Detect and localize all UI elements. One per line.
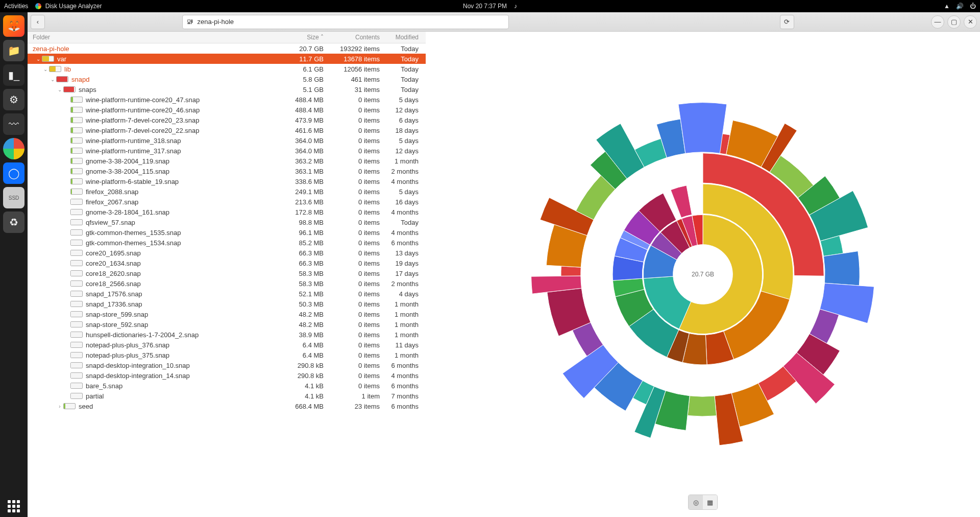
- tree-row[interactable]: core18_2566.snap58.3 MB0 items2 months: [28, 278, 426, 289]
- clock[interactable]: Nov 20 7:37 PM: [463, 3, 507, 10]
- dock-item-trash[interactable]: ♻: [3, 212, 24, 233]
- activities-button[interactable]: Activities: [4, 3, 28, 10]
- ringschart-button[interactable]: ◎: [689, 495, 703, 509]
- notification-icon[interactable]: ♪: [514, 3, 517, 10]
- tree-row[interactable]: wine-platform-runtime_318.snap364.0 MB0 …: [28, 135, 426, 146]
- close-button[interactable]: ✕: [964, 15, 977, 29]
- volume-icon[interactable]: 🔊: [956, 3, 964, 10]
- expand-chevron-icon[interactable]: ⌄: [35, 56, 42, 62]
- tree-row[interactable]: gnome-3-28-1804_161.snap172.8 MB0 items4…: [28, 207, 426, 217]
- folder-size: 20.7 GB: [283, 45, 324, 53]
- dock-item-app[interactable]: ◯: [3, 162, 24, 184]
- tree-row[interactable]: qfsview_57.snap98.8 MB0 itemsToday: [28, 217, 426, 227]
- expand-chevron-icon[interactable]: ›: [56, 404, 63, 409]
- column-header-contents[interactable]: Contents: [324, 34, 380, 41]
- dock-item-ssd-drive[interactable]: SSD: [3, 187, 24, 208]
- tree-row[interactable]: hunspell-dictionaries-1-7-2004_2.snap38.…: [28, 330, 426, 340]
- folder-size: 66.3 MB: [283, 260, 324, 267]
- network-icon[interactable]: ▲: [944, 3, 950, 10]
- tree-row[interactable]: core20_1695.snap66.3 MB0 items13 days: [28, 248, 426, 258]
- folder-name: gtk-common-themes_1534.snap: [86, 239, 283, 247]
- tree-row[interactable]: notepad-plus-plus_376.snap6.4 MB0 items1…: [28, 340, 426, 350]
- tree-row[interactable]: core20_1634.snap66.3 MB0 items19 days: [28, 258, 426, 268]
- folder-modified: 13 days: [380, 249, 421, 257]
- tree-row[interactable]: ›seed668.4 MB23 items6 months: [28, 401, 426, 411]
- folder-modified: 4 days: [380, 290, 421, 298]
- tree-row[interactable]: firefox_2088.snap249.1 MB0 items5 days: [28, 186, 426, 197]
- tree-row[interactable]: firefox_2067.snap213.6 MB0 items16 days: [28, 197, 426, 207]
- treemap-button[interactable]: ▦: [703, 495, 717, 509]
- dock-item-files[interactable]: 📁: [3, 40, 24, 61]
- tree-row[interactable]: gnome-3-38-2004_119.snap363.2 MB0 items1…: [28, 156, 426, 166]
- power-icon[interactable]: ⏻: [970, 3, 976, 10]
- folder-name: wine-platform-runtime_317.snap: [86, 147, 283, 155]
- tree-row[interactable]: ⌄var11.7 GB13678 itemsToday: [28, 54, 426, 64]
- folder-name: core18_2566.snap: [86, 280, 283, 288]
- minimize-button[interactable]: —: [931, 15, 944, 29]
- dock-item-disk-usage-analyzer[interactable]: [3, 138, 24, 159]
- tree-row[interactable]: gtk-common-themes_1534.snap85.2 MB0 item…: [28, 238, 426, 248]
- expand-chevron-icon[interactable]: ⌄: [42, 66, 49, 72]
- tree-row[interactable]: ⌄snapd5.8 GB461 itemsToday: [28, 74, 426, 84]
- folder-name: snapd: [71, 76, 283, 83]
- tree-row[interactable]: wine-platform-runtime_317.snap364.0 MB0 …: [28, 146, 426, 156]
- usage-bar: [70, 178, 83, 184]
- dock-item-firefox[interactable]: 🦊: [3, 15, 24, 37]
- folder-modified: 12 days: [380, 106, 421, 114]
- column-header-modified[interactable]: Modified: [380, 34, 421, 41]
- folder-size: 6.4 MB: [283, 351, 324, 359]
- tree-row[interactable]: bare_5.snap4.1 kB0 items6 months: [28, 381, 426, 391]
- app-menu[interactable]: Disk Usage Analyzer: [35, 3, 102, 10]
- dock-item-system-monitor[interactable]: 〰: [3, 113, 24, 135]
- expand-chevron-icon[interactable]: ⌄: [56, 87, 63, 92]
- tree-row[interactable]: notepad-plus-plus_375.snap6.4 MB0 items1…: [28, 350, 426, 360]
- tree-row[interactable]: wine-platform-7-devel-core20_23.snap473.…: [28, 115, 426, 125]
- maximize-button[interactable]: ▢: [947, 15, 961, 29]
- usage-bar: [70, 362, 83, 368]
- folder-modified: Today: [380, 65, 421, 73]
- folder-name: core18_2620.snap: [86, 270, 283, 277]
- folder-size: 48.2 MB: [283, 321, 324, 328]
- tree-row[interactable]: gtk-common-themes_1535.snap96.1 MB0 item…: [28, 227, 426, 238]
- column-header-folder[interactable]: Folder: [33, 34, 283, 41]
- tree-row[interactable]: gnome-3-38-2004_115.snap363.1 MB0 items2…: [28, 166, 426, 176]
- folder-name: snap-store_599.snap: [86, 311, 283, 318]
- location-pathbar[interactable]: 🖳 zena-pi-hole: [182, 15, 509, 29]
- tree-row[interactable]: snapd-desktop-integration_10.snap290.8 k…: [28, 360, 426, 370]
- usage-bar: [70, 383, 83, 389]
- tree-row[interactable]: ⌄snaps5.1 GB31 itemsToday: [28, 84, 426, 95]
- expand-chevron-icon[interactable]: ⌄: [49, 77, 56, 82]
- tree-row[interactable]: wine-platform-runtime-core20_47.snap488.…: [28, 95, 426, 105]
- dock-item-settings[interactable]: ⚙: [3, 89, 24, 110]
- folder-contents: 0 items: [324, 341, 380, 349]
- tree-row[interactable]: wine-platform-7-devel-core20_22.snap461.…: [28, 125, 426, 135]
- tree-row[interactable]: wine-platform-runtime-core20_46.snap488.…: [28, 105, 426, 115]
- folder-name: lib: [64, 65, 283, 73]
- tree-row[interactable]: ⌄lib6.1 GB12056 itemsToday: [28, 64, 426, 74]
- rescan-button[interactable]: ⟳: [780, 15, 794, 29]
- usage-bar: [63, 86, 76, 92]
- back-button[interactable]: ‹: [31, 15, 45, 29]
- folder-modified: 4 months: [380, 208, 421, 216]
- tree-row[interactable]: snapd-desktop-integration_14.snap290.8 k…: [28, 370, 426, 381]
- folder-modified: Today: [380, 86, 421, 93]
- dock-item-terminal[interactable]: ▮_: [3, 64, 24, 86]
- dock-item-show-applications[interactable]: [3, 496, 24, 517]
- folder-tree-pane[interactable]: Folder Size ˄ Contents Modified zena-pi-…: [28, 32, 426, 517]
- folder-size: 364.0 MB: [283, 137, 324, 145]
- tree-row[interactable]: snap-store_599.snap48.2 MB0 items1 month: [28, 309, 426, 319]
- tree-row[interactable]: snapd_17576.snap52.1 MB0 items4 days: [28, 289, 426, 299]
- tree-row[interactable]: snapd_17336.snap50.3 MB0 items1 month: [28, 299, 426, 309]
- folder-size: 11.7 GB: [283, 55, 324, 63]
- folder-contents: 0 items: [324, 188, 380, 196]
- column-header-size[interactable]: Size ˄: [283, 34, 324, 41]
- folder-modified: 6 months: [380, 403, 421, 410]
- tree-row[interactable]: core18_2620.snap58.3 MB0 items17 days: [28, 268, 426, 278]
- tree-row-root[interactable]: zena-pi-hole 20.7 GB 193292 items Today: [28, 43, 426, 54]
- gnome-top-panel: Activities Disk Usage Analyzer Nov 20 7:…: [0, 0, 980, 12]
- tree-row[interactable]: snap-store_592.snap48.2 MB0 items1 month: [28, 319, 426, 330]
- tree-row[interactable]: partial4.1 kB1 item7 months: [28, 391, 426, 401]
- usage-bar: [70, 280, 83, 287]
- folder-name: firefox_2088.snap: [86, 188, 283, 196]
- tree-row[interactable]: wine-platform-6-stable_19.snap338.6 MB0 …: [28, 176, 426, 186]
